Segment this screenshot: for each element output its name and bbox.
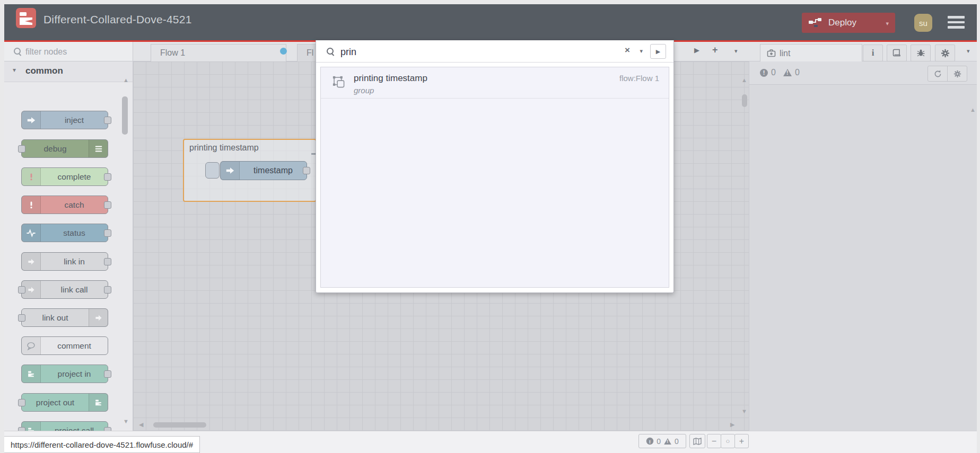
search-input-row: × ▾ ▶	[316, 40, 673, 63]
flow-group[interactable]: printing timestamp timestamp	[183, 139, 317, 202]
link-icon	[22, 253, 41, 270]
palette-node-debug[interactable]: debug	[21, 139, 108, 158]
palette-node-catch[interactable]: catch	[21, 196, 108, 214]
canvas-scroll-right-icon[interactable]: ▶	[730, 422, 734, 428]
palette-node-project-call[interactable]: project call	[21, 421, 108, 431]
palette-scroll-up-icon[interactable]: ▲	[123, 77, 129, 83]
palette-node-label: inject	[41, 111, 108, 129]
output-port	[104, 117, 111, 124]
palette-node-label: status	[41, 224, 108, 242]
zoom-reset-button[interactable]: ○	[721, 434, 735, 448]
palette-node-inject[interactable]: inject	[21, 111, 108, 129]
lint-toolbar: ! 0 0	[749, 61, 977, 85]
palette-node-project-out[interactable]: project out	[21, 393, 108, 412]
clear-search-icon[interactable]: ×	[625, 45, 630, 56]
deploy-options-caret-icon[interactable]: ▾	[886, 20, 889, 27]
gear-icon	[941, 49, 950, 58]
deploy-icon	[808, 17, 822, 28]
output-port	[104, 286, 111, 294]
add-flow-button[interactable]: +	[709, 44, 721, 56]
chevron-down-icon: ▾	[13, 66, 16, 74]
tab-flow-1[interactable]: Flow 1	[151, 44, 286, 61]
output-port[interactable]	[303, 167, 310, 174]
warning-badge-icon	[783, 69, 792, 76]
deploy-button[interactable]: Deploy ▾	[802, 13, 895, 33]
palette-filter-row	[4, 42, 133, 61]
main-menu-button[interactable]	[948, 16, 965, 30]
palette-node-status[interactable]: status	[21, 224, 108, 242]
canvas-hscrollbar-thumb[interactable]	[153, 422, 206, 428]
sidebar-config-button[interactable]	[935, 45, 955, 61]
sidebar-info-button[interactable]: i	[863, 45, 883, 61]
search-icon	[14, 48, 21, 55]
zoom-in-button[interactable]: +	[734, 434, 749, 448]
canvas-scroll-left-icon[interactable]: ◀	[139, 422, 143, 428]
first-aid-icon	[767, 49, 776, 57]
output-port	[104, 370, 111, 378]
nr-logo-icon	[89, 394, 108, 411]
palette-scroll-down-icon[interactable]: ▼	[123, 419, 129, 424]
search-input[interactable]	[339, 43, 617, 60]
canvas-scroll-down-icon[interactable]: ▼	[741, 408, 747, 414]
alert-icon	[22, 196, 41, 214]
warning-badge-icon	[664, 438, 671, 445]
palette-filter-input[interactable]	[24, 45, 122, 59]
lint-settings-button[interactable]	[947, 66, 967, 81]
palette-node-complete[interactable]: complete	[21, 167, 108, 186]
inject-trigger-button[interactable]	[205, 162, 220, 179]
palette-node-link-call[interactable]: link call	[21, 280, 108, 299]
user-avatar[interactable]: su	[914, 14, 932, 32]
link-icon	[89, 309, 108, 326]
palette-node-label: link out	[22, 309, 89, 326]
node-red-editor: Different-Collared-Dove-4521 Deploy ▾ su…	[0, 0, 980, 453]
nr-logo-icon	[22, 365, 41, 383]
input-port	[18, 286, 25, 294]
sidebar-tab-lint[interactable]: lint	[760, 44, 862, 61]
tab-menu-caret-icon[interactable]: ▾	[731, 47, 741, 55]
sidebar-scroll-up-icon[interactable]: ▲	[970, 107, 976, 113]
zoom-out-button[interactable]: −	[707, 434, 721, 448]
search-icon	[327, 48, 334, 55]
bug-icon	[916, 49, 925, 57]
input-port	[18, 145, 25, 153]
palette-category-common[interactable]: ▾ common	[4, 61, 133, 82]
canvas-notifications-button[interactable]: ! 0 0	[638, 434, 686, 448]
header: Different-Collared-Dove-4521 Deploy ▾ su	[4, 4, 977, 42]
palette-scrollbar-thumb[interactable]	[122, 96, 128, 135]
sidebar-help-button[interactable]	[887, 45, 907, 61]
node-timestamp[interactable]: timestamp	[220, 161, 307, 180]
list-icon	[89, 140, 108, 157]
palette-node-label: project out	[22, 394, 89, 411]
input-port	[18, 399, 25, 406]
palette-node-label: project in	[41, 365, 108, 383]
tab-list-button[interactable]: ▶	[691, 46, 703, 55]
refresh-icon	[934, 70, 942, 78]
search-options-caret-icon[interactable]: ▾	[640, 48, 643, 55]
palette-node-link-in[interactable]: link in	[21, 252, 108, 271]
sidebar-menu-caret-icon[interactable]: ▾	[967, 48, 970, 55]
palette-node-label: complete	[41, 168, 108, 185]
palette-node-link-out[interactable]: link out	[21, 308, 108, 327]
book-icon	[892, 49, 901, 57]
palette-node-label: catch	[41, 196, 108, 214]
search-results-list: printing timestampflow:Flow 1group	[320, 67, 669, 288]
arrow-in-icon	[221, 162, 240, 180]
sidebar-debug-button[interactable]	[911, 45, 931, 61]
minimap-button[interactable]	[689, 434, 705, 448]
group-icon	[332, 76, 346, 91]
instance-title: Different-Collared-Dove-4521	[43, 13, 192, 26]
palette-node-label: project call	[41, 422, 108, 431]
search-history-button[interactable]: ▶	[650, 44, 666, 59]
canvas-vscrollbar-thumb[interactable]	[742, 94, 747, 107]
canvas-scroll-up-icon[interactable]: ▲	[741, 77, 747, 83]
palette-node-label: debug	[22, 140, 89, 157]
lint-error-count: 0	[771, 68, 776, 77]
palette-node-project-in[interactable]: project in	[21, 365, 108, 383]
error-badge-icon: !	[760, 69, 768, 77]
search-result-item[interactable]: printing timestampflow:Flow 1group	[321, 67, 669, 99]
palette-node-comment[interactable]: comment	[21, 336, 108, 355]
lint-refresh-button[interactable]	[928, 66, 947, 81]
palette: ▾ common injectdebugcompletecatchstatusl…	[4, 61, 133, 431]
output-port	[104, 201, 111, 209]
node-red-logo-icon	[16, 8, 36, 28]
